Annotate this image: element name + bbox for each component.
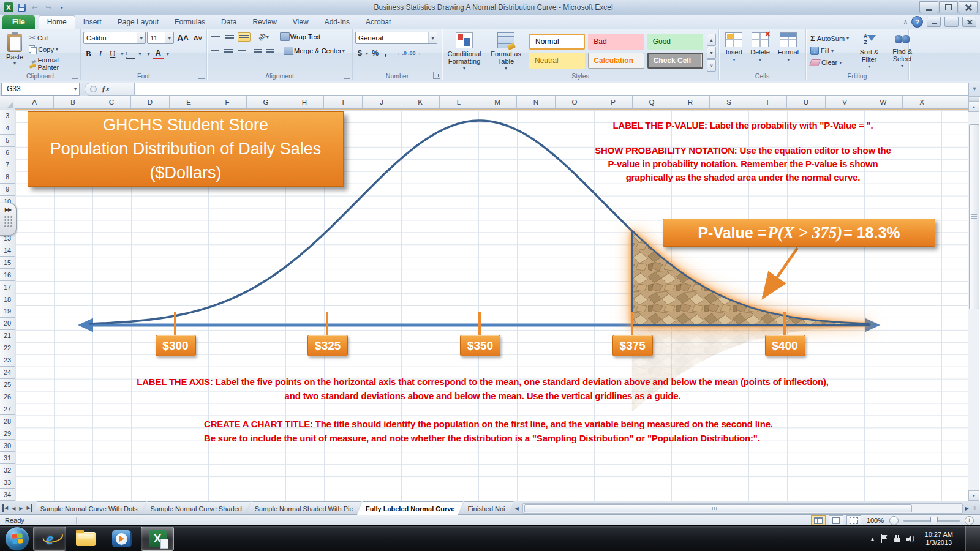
number-format-combo[interactable]: General▾ (355, 32, 437, 44)
page-break-view-button[interactable] (846, 515, 861, 525)
style-check-cell[interactable]: Check Cell (647, 53, 703, 69)
axis-tick-label-400[interactable]: $400 (765, 335, 805, 356)
sheet-tab-fully-labeled-normal-curve[interactable]: Fully Labeled Normal Curve (357, 501, 463, 515)
vertical-scrollbar[interactable]: ▲ ▼ (968, 96, 979, 501)
page-layout-view-button[interactable] (829, 515, 843, 525)
row-header-20[interactable]: 20 (0, 318, 15, 330)
row-header-15[interactable]: 15 (0, 257, 15, 269)
workbook-close-button[interactable] (962, 17, 976, 27)
row-header-21[interactable]: 21 (0, 330, 15, 342)
font-dialog-launcher[interactable] (198, 72, 205, 79)
font-size-combo[interactable]: 11▾ (147, 32, 174, 44)
minimize-button[interactable] (919, 1, 938, 13)
ribbon-tab-page-layout[interactable]: Page Layout (110, 16, 167, 29)
align-left-button[interactable] (209, 47, 220, 55)
column-header-S[interactable]: S (710, 96, 748, 109)
column-header-U[interactable]: U (787, 96, 826, 109)
next-sheet-button[interactable]: ▶ (18, 504, 24, 512)
accounting-format-button[interactable]: $ (355, 49, 364, 58)
taskbar-windows-explorer[interactable] (70, 527, 102, 550)
undo-button[interactable]: ↩ (29, 2, 40, 13)
italic-button[interactable]: I (97, 49, 104, 59)
taskbar-media-player[interactable] (105, 527, 137, 550)
clear-button[interactable]: Clear▾ (809, 58, 851, 67)
axis-tick-label-325[interactable]: $325 (307, 335, 348, 356)
close-button[interactable] (959, 1, 978, 13)
minimize-ribbon-icon[interactable]: ∧ (903, 18, 908, 25)
row-header-18[interactable]: 18 (0, 293, 15, 305)
ribbon-tab-file[interactable]: File (2, 15, 35, 29)
column-header-X[interactable]: X (903, 96, 941, 109)
axis-tick-label-375[interactable]: $375 (612, 335, 653, 356)
column-header-A[interactable]: A (15, 96, 54, 109)
row-header-7[interactable]: 7 (0, 159, 15, 171)
name-box[interactable]: G33▾ (1, 83, 80, 96)
row-header-19[interactable]: 19 (0, 305, 15, 318)
ribbon-tab-review[interactable]: Review (244, 16, 284, 29)
ribbon-tab-view[interactable]: View (285, 16, 317, 29)
column-header-F[interactable]: F (208, 96, 247, 109)
borders-button[interactable] (126, 50, 135, 59)
ribbon-tab-add-ins[interactable]: Add-Ins (317, 16, 358, 29)
row-header-4[interactable]: 4 (0, 122, 15, 135)
taskbar-excel[interactable]: X (141, 527, 174, 551)
row-header-34[interactable]: 34 (0, 489, 15, 501)
horizontal-scroll-thumb[interactable] (524, 504, 912, 512)
tab-split-handle[interactable]: ‖ (971, 505, 978, 511)
gallery-more-button[interactable]: ⊽ (707, 59, 716, 72)
font-name-combo[interactable]: Calibri▾ (83, 32, 146, 44)
tab-scroll-right-button[interactable]: ▶ (964, 504, 970, 512)
column-header-G[interactable]: G (247, 96, 285, 109)
expand-formula-bar-icon[interactable]: ▼ (969, 86, 980, 92)
vertical-scroll-thumb[interactable] (969, 124, 979, 309)
row-header-17[interactable]: 17 (0, 281, 15, 293)
orientation-button[interactable]: ab▾ (257, 32, 270, 41)
zoom-level[interactable]: 100% (864, 517, 886, 524)
column-header-V[interactable]: V (826, 96, 864, 109)
row-header-3[interactable]: 3 (0, 110, 15, 122)
sheet-tab-finished-noi[interactable]: Finished Noi (459, 501, 513, 515)
align-top-button[interactable] (209, 33, 221, 41)
column-header-R[interactable]: R (671, 96, 710, 109)
speaker-icon[interactable]: ) (907, 535, 916, 543)
first-sheet-button[interactable]: ◀ (2, 504, 9, 512)
percent-style-button[interactable]: % (369, 49, 381, 58)
start-button[interactable] (5, 527, 29, 551)
column-header-K[interactable]: K (401, 96, 440, 109)
horizontal-scrollbar[interactable]: ▶ ‖ (520, 501, 980, 515)
increase-indent-button[interactable] (265, 47, 275, 55)
column-header-M[interactable]: M (478, 96, 517, 109)
column-header-D[interactable]: D (131, 96, 170, 109)
workbook-restore-button[interactable] (944, 17, 959, 27)
row-header-5[interactable]: 5 (0, 135, 15, 147)
sheet-tab-sample-normal-shaded-with-pic[interactable]: Sample Normal Shaded With Pic (246, 501, 361, 515)
help-button[interactable]: ? (911, 16, 923, 28)
column-header-J[interactable]: J (363, 96, 401, 109)
row-header-28[interactable]: 28 (0, 415, 15, 427)
row-header-29[interactable]: 29 (0, 427, 15, 440)
clipboard-dialog-launcher[interactable] (72, 72, 78, 79)
formula-input[interactable] (135, 83, 969, 96)
align-right-button[interactable] (236, 47, 247, 55)
row-header-23[interactable]: 23 (0, 354, 15, 367)
row-header-26[interactable]: 26 (0, 391, 15, 403)
row-header-31[interactable]: 31 (0, 452, 15, 464)
row-header-14[interactable]: 14 (0, 244, 15, 257)
row-header-32[interactable]: 32 (0, 464, 15, 476)
row-header-6[interactable]: 6 (0, 147, 15, 159)
increase-decimal-button[interactable]: ←.0 (397, 50, 407, 56)
zoom-slider-thumb[interactable] (930, 517, 938, 526)
wrap-text-button[interactable]: Wrap Text (279, 32, 322, 42)
row-header-24[interactable]: 24 (0, 367, 15, 379)
ribbon-tab-formulas[interactable]: Formulas (167, 16, 213, 29)
column-header-N[interactable]: N (517, 96, 556, 109)
column-header-H[interactable]: H (285, 96, 324, 109)
bold-button[interactable]: B (83, 49, 94, 59)
scroll-down-button[interactable]: ▼ (968, 490, 979, 501)
customize-qat-button[interactable]: ▾ (56, 2, 67, 13)
align-center-button[interactable] (222, 47, 234, 55)
paste-button[interactable]: Paste ▾ (2, 30, 27, 69)
autosum-button[interactable]: ΣAutoSum▾ (809, 33, 851, 43)
decrease-decimal-button[interactable]: .00→ (408, 50, 421, 56)
grow-font-button[interactable]: A˄ (175, 33, 190, 43)
